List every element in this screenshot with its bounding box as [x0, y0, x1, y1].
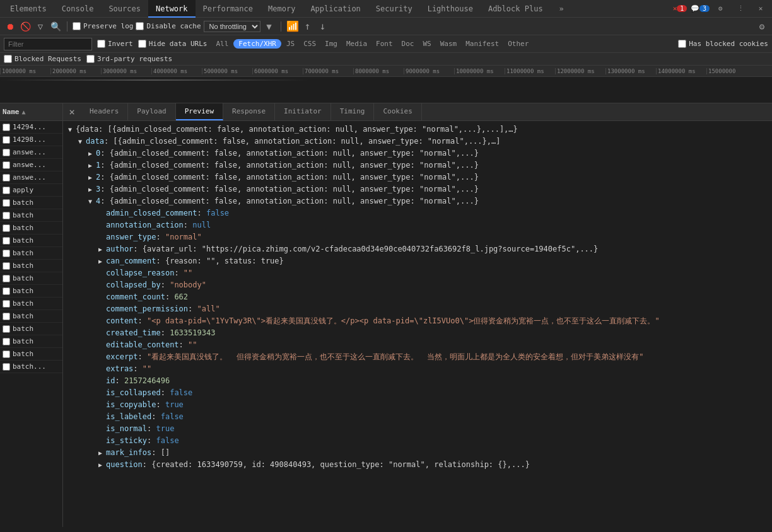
request-checkbox[interactable]	[3, 262, 10, 270]
tree-expand-icon[interactable]	[98, 244, 106, 255]
preserve-log-label[interactable]: Preserve log	[73, 22, 133, 30]
preserve-log-checkbox[interactable]	[73, 22, 81, 30]
detail-tab-initiator[interactable]: Initiator	[275, 103, 331, 120]
request-checkbox[interactable]	[3, 325, 10, 333]
disable-cache-checkbox[interactable]	[136, 22, 144, 30]
tab-security[interactable]: Security	[368, 0, 420, 18]
request-item[interactable]: batch	[0, 209, 62, 222]
request-item[interactable]: answe...	[0, 159, 62, 171]
settings-icon-btn[interactable]: ⚙	[711, 0, 729, 18]
detail-tab-headers[interactable]: Headers	[81, 103, 128, 120]
preview-content[interactable]: {data: [{admin_closed_comment: false, an…	[63, 121, 772, 527]
tree-expand-icon[interactable]	[98, 256, 106, 267]
request-checkbox[interactable]	[3, 174, 10, 182]
filter-type-font[interactable]: Font	[372, 39, 397, 49]
request-checkbox[interactable]	[3, 287, 10, 295]
throttle-dropdown-btn[interactable]: ▼	[263, 20, 276, 33]
request-checkbox[interactable]	[3, 224, 10, 232]
filter-type-wasm[interactable]: Wasm	[436, 39, 461, 49]
request-checkbox[interactable]	[3, 338, 10, 345]
request-item[interactable]: apply	[0, 184, 62, 197]
request-checkbox[interactable]	[3, 350, 10, 358]
request-item[interactable]: 14294...	[0, 121, 62, 134]
tree-expand-icon[interactable]	[78, 136, 86, 147]
invert-label[interactable]: Invert	[97, 40, 133, 48]
tree-expand-icon[interactable]	[88, 196, 96, 207]
request-item[interactable]: batch	[0, 323, 62, 335]
request-item[interactable]: batch	[0, 335, 62, 348]
tab-elements[interactable]: Elements	[3, 0, 54, 18]
request-checkbox[interactable]	[3, 363, 10, 371]
third-party-checkbox[interactable]	[86, 55, 95, 63]
blocked-requests-label[interactable]: Blocked Requests	[4, 55, 81, 63]
tab-performance[interactable]: Performance	[196, 0, 260, 18]
request-checkbox[interactable]	[3, 161, 10, 169]
detail-tab-cookies[interactable]: Cookies	[374, 103, 421, 120]
request-checkbox[interactable]	[3, 212, 10, 219]
detail-tab-timing[interactable]: Timing	[331, 103, 375, 120]
request-checkbox[interactable]	[3, 149, 10, 156]
tree-expand-icon[interactable]	[88, 184, 96, 195]
request-item[interactable]: answe...	[0, 146, 62, 159]
request-item[interactable]: batch	[0, 298, 62, 310]
filter-type-fetch-xhr[interactable]: Fetch/XHR	[233, 39, 281, 49]
request-item[interactable]: batch	[0, 234, 62, 247]
hide-data-urls-checkbox[interactable]	[138, 40, 146, 48]
tree-expand-icon[interactable]	[88, 148, 96, 159]
tab-memory[interactable]: Memory	[260, 0, 303, 18]
blocked-requests-checkbox[interactable]	[4, 55, 12, 63]
tab-application[interactable]: Application	[303, 0, 368, 18]
request-checkbox[interactable]	[3, 313, 10, 320]
close-devtools-btn[interactable]: ✕	[752, 0, 769, 18]
filter-type-all[interactable]: All	[212, 39, 232, 49]
throttle-select[interactable]: No throttling	[204, 21, 260, 32]
filter-type-js[interactable]: JS	[283, 39, 298, 49]
disable-cache-label[interactable]: Disable cache	[136, 22, 201, 30]
request-checkbox[interactable]	[3, 275, 10, 282]
network-settings-btn[interactable]: ⚙	[756, 20, 768, 33]
search-icon-btn[interactable]: 🔍	[49, 20, 62, 33]
request-item[interactable]: answe...	[0, 171, 62, 184]
request-item[interactable]: batch	[0, 197, 62, 209]
filter-type-ws[interactable]: WS	[419, 39, 435, 49]
more-options-btn[interactable]: ⋮	[732, 0, 749, 18]
filter-type-css[interactable]: CSS	[300, 39, 320, 49]
tab-lighthouse[interactable]: Lighthouse	[420, 0, 481, 18]
request-item[interactable]: batch	[0, 222, 62, 234]
tree-expand-icon[interactable]	[98, 448, 106, 459]
hide-data-urls-label[interactable]: Hide data URLs	[138, 40, 208, 48]
error-badge-btn[interactable]: ✕ 1	[671, 0, 689, 18]
detail-tab-payload[interactable]: Payload	[128, 103, 175, 120]
request-checkbox[interactable]	[3, 187, 10, 194]
detail-tab-response[interactable]: Response	[223, 103, 275, 120]
request-item[interactable]: batch...	[0, 361, 62, 373]
tree-expand-icon[interactable]	[88, 172, 96, 183]
filter-type-img[interactable]: Img	[321, 39, 341, 49]
info-badge-btn[interactable]: 💬 3	[691, 0, 709, 18]
request-checkbox[interactable]	[3, 199, 10, 207]
request-item[interactable]: batch	[0, 285, 62, 298]
close-detail-btn[interactable]: ×	[63, 103, 81, 120]
filter-type-doc[interactable]: Doc	[398, 39, 418, 49]
tree-expand-icon[interactable]	[98, 460, 106, 471]
tab-sources[interactable]: Sources	[101, 0, 148, 18]
filter-type-media[interactable]: Media	[342, 39, 371, 49]
request-item[interactable]: batch	[0, 260, 62, 272]
clear-btn[interactable]: 🚫	[19, 20, 32, 33]
request-checkbox[interactable]	[3, 124, 10, 131]
third-party-label[interactable]: 3rd-party requests	[86, 55, 172, 63]
tab-network[interactable]: Network	[148, 0, 196, 18]
filter-input[interactable]	[4, 38, 92, 50]
request-item[interactable]: 14298...	[0, 134, 62, 146]
request-checkbox[interactable]	[3, 237, 10, 245]
request-checkbox[interactable]	[3, 300, 10, 308]
request-item[interactable]: batch	[0, 247, 62, 260]
tree-expand-icon[interactable]	[68, 124, 76, 136]
request-item[interactable]: batch	[0, 310, 62, 323]
record-btn[interactable]: ⏺	[4, 20, 16, 33]
tab-console[interactable]: Console	[54, 0, 102, 18]
has-blocked-cookies-label[interactable]: Has blocked cookies	[678, 40, 768, 48]
request-item[interactable]: batch	[0, 272, 62, 285]
detail-tab-preview[interactable]: Preview	[176, 103, 223, 120]
invert-checkbox[interactable]	[97, 40, 105, 48]
